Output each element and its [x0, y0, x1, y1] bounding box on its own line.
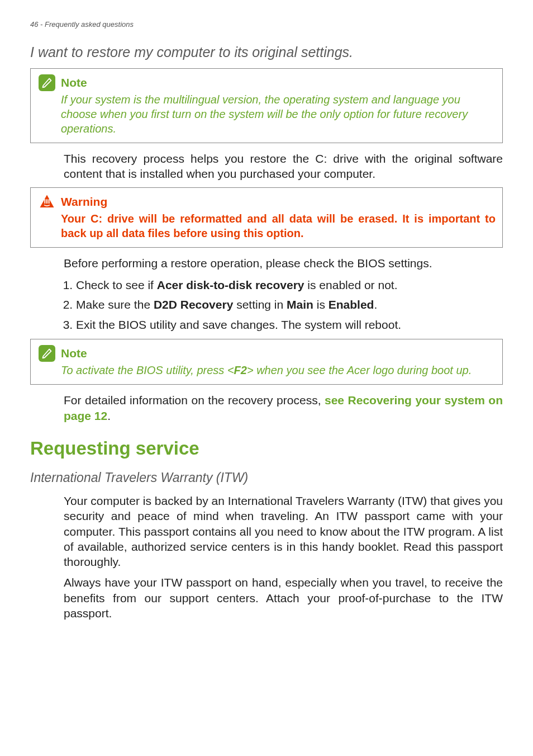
warning-box: Warning Your C: drive will be reformatte…	[30, 187, 503, 248]
restore-heading: I want to restore my computer to its ori…	[30, 44, 503, 60]
note-title: Note	[61, 76, 87, 89]
step-bold: Main	[287, 298, 313, 311]
page-number: 46	[30, 20, 38, 29]
requesting-service-heading: Requesting service	[30, 438, 503, 459]
warning-head: Warning	[39, 193, 496, 210]
step-text: Check to see if	[76, 278, 157, 291]
itw-paragraph-2: Always have your ITW passport on hand, e…	[64, 575, 503, 621]
note-body: If your system is the multilingual versi…	[61, 92, 496, 136]
note-head: Note	[39, 74, 496, 91]
pencil-icon	[39, 74, 55, 91]
note-head: Note	[39, 345, 496, 362]
section-name: Frequently asked questions	[45, 20, 134, 29]
step-text: is enabled or not.	[304, 278, 398, 291]
svg-rect-2	[49, 199, 50, 204]
step-1: Check to see if Acer disk-to-disk recove…	[76, 276, 503, 294]
step-text: .	[374, 298, 377, 311]
paragraph-2: Before performing a restore operation, p…	[64, 256, 503, 271]
page-header: 46 - Frequently asked questions	[0, 0, 533, 33]
bios-steps: Check to see if Acer disk-to-disk recove…	[64, 276, 503, 334]
note-text: To activate the BIOS utility, press <	[61, 364, 234, 376]
svg-rect-1	[46, 199, 47, 204]
pencil-icon	[39, 345, 55, 362]
svg-rect-0	[44, 199, 45, 204]
step-bold: Enabled	[329, 298, 374, 311]
note-title: Note	[61, 347, 87, 360]
warning-icon	[39, 193, 55, 210]
warning-title: Warning	[61, 195, 107, 209]
step-2: Make sure the D2D Recovery setting in Ma…	[76, 296, 503, 314]
step-3: Exit the BIOS utility and save changes. …	[76, 316, 503, 334]
step-bold: Acer disk-to-disk recovery	[157, 278, 304, 291]
note-body: To activate the BIOS utility, press <F2>…	[61, 363, 496, 377]
warning-body: Your C: drive will be reformatted and al…	[61, 211, 496, 240]
step-bold: D2D Recovery	[154, 298, 233, 311]
paragraph-3: For detailed information on the recovery…	[64, 393, 503, 423]
paragraph-1: This recovery process helps you restore …	[64, 151, 503, 182]
step-text: is	[313, 298, 329, 311]
page-content: I want to restore my computer to its ori…	[0, 44, 533, 649]
step-text: setting in	[233, 298, 287, 311]
note-text: > when you see the Acer logo during boot…	[247, 364, 472, 376]
itw-paragraph-1: Your computer is backed by an Internatio…	[64, 493, 503, 569]
note-box-1: Note If your system is the multilingual …	[30, 68, 503, 143]
para-text: .	[107, 409, 111, 422]
note-bold: F2	[234, 364, 247, 376]
itw-heading: International Travelers Warranty (ITW)	[30, 470, 503, 485]
note-box-2: Note To activate the BIOS utility, press…	[30, 339, 503, 385]
step-text: Make sure the	[76, 298, 154, 311]
para-text: For detailed information on the recovery…	[64, 394, 325, 407]
